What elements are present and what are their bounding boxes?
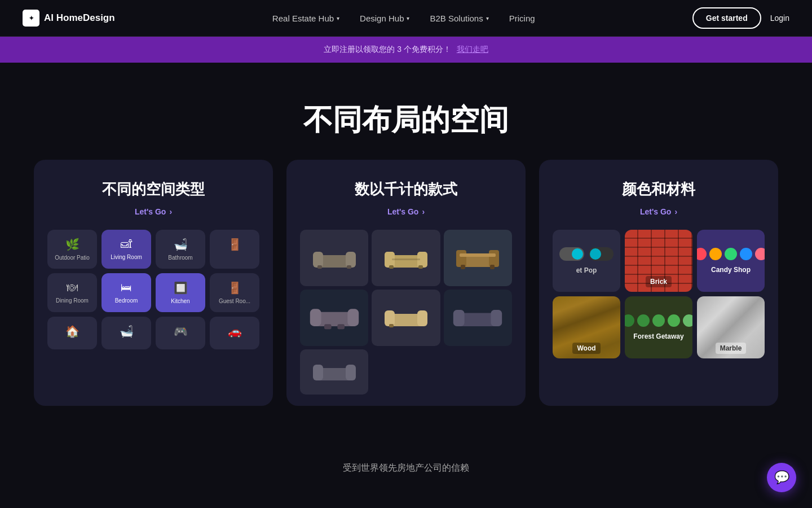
svg-rect-28 bbox=[491, 310, 502, 326]
card-styles: 数以千计的款式 Let's Go › bbox=[286, 160, 526, 406]
space-item-row3-4[interactable]: 🚗 bbox=[210, 317, 259, 349]
space-item-row3-3[interactable]: 🎮 bbox=[156, 317, 205, 349]
svg-rect-3 bbox=[317, 265, 322, 269]
svg-rect-31 bbox=[346, 365, 356, 380]
hero-section: 不同布局的空间 bbox=[0, 63, 812, 160]
svg-rect-16 bbox=[460, 253, 496, 257]
nav-actions: Get started Login bbox=[692, 7, 789, 29]
svg-rect-8 bbox=[389, 265, 394, 269]
space-item-partial-right: 🚪 bbox=[210, 230, 259, 269]
chevron-down-icon: ▾ bbox=[407, 15, 409, 21]
card-link-styles[interactable]: Let's Go › bbox=[300, 207, 512, 216]
login-button[interactable]: Login bbox=[770, 14, 789, 23]
style-item-7[interactable] bbox=[300, 349, 368, 395]
card-space-types: 不同的空间类型 Let's Go › 🌿 Outdoor Patio 🛋 Liv… bbox=[34, 160, 273, 406]
card-title-colors: 颜色和材料 bbox=[553, 180, 765, 199]
style-item-2[interactable] bbox=[372, 230, 440, 286]
chevron-down-icon: ▾ bbox=[337, 15, 339, 21]
nav-links: Real Estate Hub ▾ Design Hub ▾ B2B Solut… bbox=[272, 14, 535, 23]
space-item-dining-room[interactable]: 🍽 Dining Room bbox=[47, 273, 97, 312]
forest-dots bbox=[625, 314, 692, 327]
svg-rect-12 bbox=[456, 250, 466, 267]
svg-rect-15 bbox=[490, 265, 495, 269]
material-label-candy: Candy Shop bbox=[711, 266, 751, 274]
card-link-space-types[interactable]: Let's Go › bbox=[47, 207, 259, 216]
arrow-right-icon-3: › bbox=[674, 207, 677, 216]
chat-icon: 💬 bbox=[774, 470, 789, 485]
svg-rect-19 bbox=[347, 309, 359, 326]
svg-rect-1 bbox=[313, 252, 323, 268]
card-title-styles: 数以千计的款式 bbox=[300, 180, 512, 199]
promo-text: 立即注册以领取您的 3 个免费积分！ bbox=[324, 45, 451, 54]
svg-rect-27 bbox=[453, 310, 465, 326]
card-colors-materials: 颜色和材料 Let's Go › et Pop Br bbox=[539, 160, 778, 406]
bedroom-icon: 🛏 bbox=[121, 281, 132, 294]
kitchen-icon: 🔲 bbox=[174, 281, 188, 295]
svg-rect-9 bbox=[418, 265, 423, 269]
nav-pricing[interactable]: Pricing bbox=[509, 14, 535, 23]
trust-text: 受到世界领先房地产公司的信赖 bbox=[23, 462, 789, 474]
cards-section: 不同的空间类型 Let's Go › 🌿 Outdoor Patio 🛋 Liv… bbox=[0, 160, 812, 440]
style-item-1[interactable] bbox=[300, 230, 368, 286]
material-forest-getaway[interactable]: Forest Getaway bbox=[625, 296, 692, 358]
svg-rect-14 bbox=[461, 265, 465, 269]
space-item-kitchen[interactable]: 🔲 Kitchen bbox=[156, 273, 205, 312]
style-item-5[interactable] bbox=[372, 290, 440, 346]
promo-banner: 立即注册以领取您的 3 个免费积分！ 我们走吧 bbox=[0, 37, 812, 63]
style-item-3[interactable] bbox=[444, 230, 512, 286]
material-candy-shop[interactable]: Candy Shop bbox=[697, 230, 765, 292]
material-label-street-pop: et Pop bbox=[576, 266, 597, 274]
space-grid: 🌿 Outdoor Patio 🛋 Living Room 🛁 Bathroom… bbox=[47, 230, 259, 349]
arrow-right-icon-2: › bbox=[422, 207, 425, 216]
material-label-forest: Forest Getaway bbox=[633, 332, 683, 340]
style-item-4[interactable] bbox=[300, 290, 368, 346]
navbar: ✦ AI HomeDesign Real Estate Hub ▾ Design… bbox=[0, 0, 812, 37]
toggle-switch bbox=[559, 247, 614, 261]
get-started-button[interactable]: Get started bbox=[692, 7, 761, 29]
logo[interactable]: ✦ AI HomeDesign bbox=[23, 10, 115, 27]
chevron-down-icon: ▾ bbox=[486, 15, 489, 21]
space-item-bedroom[interactable]: 🛏 Bedroom bbox=[102, 273, 151, 312]
logo-icon: ✦ bbox=[23, 10, 39, 27]
material-wood[interactable]: Wood bbox=[553, 296, 620, 358]
space-item-outdoor-patio[interactable]: 🌿 Outdoor Patio bbox=[47, 230, 97, 269]
hero-title: 不同布局的空间 bbox=[23, 102, 789, 137]
nav-b2b-solutions[interactable]: B2B Solutions ▾ bbox=[430, 14, 488, 23]
guest-room-icon: 🚪 bbox=[228, 281, 242, 295]
space-item-bathroom[interactable]: 🛁 Bathroom bbox=[156, 230, 205, 269]
svg-rect-10 bbox=[392, 259, 420, 260]
outdoor-patio-icon: 🌿 bbox=[65, 238, 80, 251]
material-label-marble: Marble bbox=[716, 343, 747, 354]
nav-real-estate-hub[interactable]: Real Estate Hub ▾ bbox=[272, 14, 339, 23]
chat-bubble[interactable]: 💬 bbox=[767, 463, 796, 492]
material-label-brick: Brick bbox=[646, 276, 672, 287]
nav-design-hub[interactable]: Design Hub ▾ bbox=[360, 14, 409, 23]
material-brick[interactable]: Brick bbox=[625, 230, 692, 292]
space-item-row3-1[interactable]: 🏠 bbox=[47, 317, 97, 349]
svg-rect-13 bbox=[489, 250, 499, 267]
svg-rect-24 bbox=[417, 310, 427, 326]
space-item-row3-2[interactable]: 🛁 bbox=[102, 317, 151, 349]
bathroom-icon: 🛁 bbox=[174, 238, 188, 251]
material-marble[interactable]: Marble bbox=[697, 296, 765, 358]
svg-rect-21 bbox=[337, 324, 345, 329]
svg-rect-30 bbox=[313, 365, 323, 380]
styles-grid bbox=[300, 230, 512, 395]
space-item-guest-room[interactable]: 🚪 Guest Roo... bbox=[210, 273, 259, 312]
svg-rect-18 bbox=[310, 309, 321, 326]
dining-room-icon: 🍽 bbox=[67, 281, 78, 294]
living-room-icon: 🛋 bbox=[121, 238, 132, 251]
space-item-living-room[interactable]: 🛋 Living Room bbox=[102, 230, 151, 269]
arrow-right-icon: › bbox=[169, 207, 172, 216]
svg-rect-25 bbox=[389, 324, 394, 327]
card-title-space-types: 不同的空间类型 bbox=[47, 180, 259, 199]
style-item-6[interactable] bbox=[444, 290, 512, 346]
card-link-colors[interactable]: Let's Go › bbox=[553, 207, 765, 216]
material-street-pop[interactable]: et Pop bbox=[553, 230, 620, 292]
svg-rect-2 bbox=[346, 252, 356, 268]
footer-section: 受到世界领先房地产公司的信赖 bbox=[0, 440, 812, 508]
material-label-wood: Wood bbox=[572, 343, 600, 354]
svg-rect-20 bbox=[324, 324, 332, 329]
promo-link[interactable]: 我们走吧 bbox=[457, 45, 488, 54]
candy-dots bbox=[697, 248, 765, 260]
